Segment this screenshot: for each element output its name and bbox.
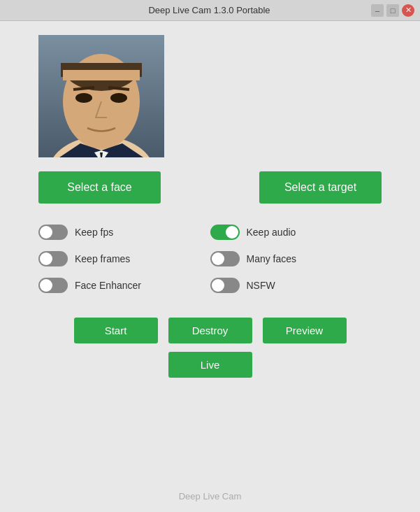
preview-button[interactable]: Preview	[263, 318, 347, 343]
live-button-row: Live	[38, 352, 382, 378]
top-section	[38, 35, 382, 157]
destroy-button[interactable]: Destroy	[168, 318, 252, 343]
keep-frames-knob	[40, 253, 52, 265]
footer: Deep Live Cam	[0, 484, 420, 512]
keep-frames-row: Keep frames	[38, 251, 210, 266]
face-image-container	[38, 35, 164, 157]
keep-frames-label: Keep frames	[75, 253, 130, 264]
footer-text: Deep Live Cam	[179, 491, 242, 502]
keep-audio-toggle[interactable]	[210, 225, 240, 240]
minimize-button[interactable]: –	[371, 4, 384, 17]
main-content: Select a face Select a target Keep fps K…	[0, 21, 420, 484]
face-enhancer-toggle[interactable]	[38, 278, 68, 293]
face-enhancer-row: Face Enhancer	[38, 278, 210, 293]
nsfw-label: NSFW	[247, 280, 275, 291]
keep-audio-row: Keep audio	[210, 225, 382, 240]
toggles-section: Keep fps Keep frames Face Enhancer	[38, 225, 382, 293]
action-buttons-row: Start Destroy Preview	[38, 318, 382, 343]
nsfw-toggle[interactable]	[210, 278, 240, 293]
title-bar: Deep Live Cam 1.3.0 Portable – □ ✕	[0, 0, 420, 21]
toggles-left-col: Keep fps Keep frames Face Enhancer	[38, 225, 210, 293]
many-faces-toggle[interactable]	[210, 251, 240, 266]
face-enhancer-knob	[40, 279, 52, 292]
maximize-button[interactable]: □	[386, 4, 399, 17]
keep-fps-toggle[interactable]	[38, 225, 68, 240]
face-enhancer-label: Face Enhancer	[75, 280, 141, 291]
toggles-right-col: Keep audio Many faces NSFW	[210, 225, 382, 293]
select-target-button[interactable]: Select a target	[259, 171, 382, 204]
keep-fps-label: Keep fps	[75, 227, 113, 238]
live-button[interactable]: Live	[168, 352, 252, 378]
select-face-button[interactable]: Select a face	[38, 171, 161, 204]
nsfw-knob	[212, 279, 224, 292]
many-faces-knob	[212, 253, 224, 265]
keep-fps-knob	[40, 226, 52, 239]
keep-audio-knob	[226, 226, 238, 239]
many-faces-label: Many faces	[247, 253, 297, 264]
window-title: Deep Live Cam 1.3.0 Portable	[48, 5, 371, 15]
select-buttons-row: Select a face Select a target	[38, 171, 382, 204]
keep-fps-row: Keep fps	[38, 225, 210, 240]
nsfw-row: NSFW	[210, 278, 382, 293]
keep-frames-toggle[interactable]	[38, 251, 68, 266]
many-faces-row: Many faces	[210, 251, 382, 266]
close-button[interactable]: ✕	[402, 4, 414, 17]
keep-audio-label: Keep audio	[247, 227, 296, 238]
window-controls: – □ ✕	[371, 4, 414, 17]
start-button[interactable]: Start	[74, 318, 158, 343]
face-canvas	[38, 35, 164, 157]
